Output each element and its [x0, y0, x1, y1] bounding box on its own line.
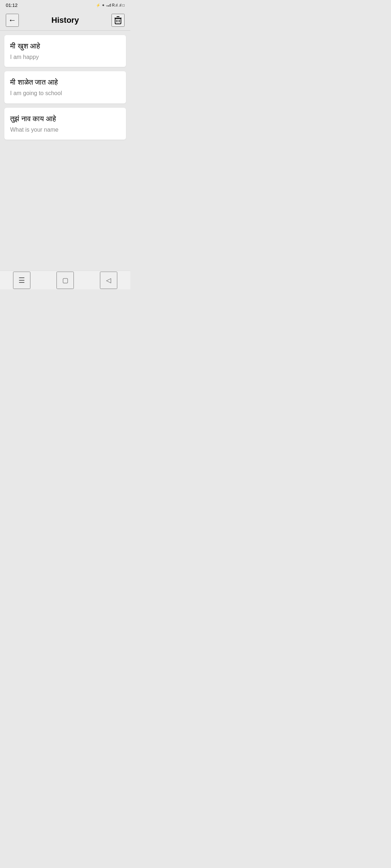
svg-rect-3 [117, 20, 117, 22]
nav-menu-button[interactable] [13, 272, 30, 289]
svg-rect-2 [115, 18, 121, 24]
home-square-icon [62, 276, 68, 284]
card-original-text: तुझं नाव काय आहे [10, 114, 120, 124]
history-list: मी खुश आहेI am happyमी शाळेत जात आहेI am… [0, 31, 130, 144]
card-translation-text: What is your name [10, 126, 120, 134]
hamburger-icon [18, 276, 25, 285]
status-icons: ⚡ ✶ ᵥₒd R.ıl .ıl □ [96, 3, 125, 7]
battery-vibrate-icon: ⚡ [96, 3, 100, 7]
back-button[interactable]: ← [6, 14, 19, 27]
back-triangle-icon [106, 276, 111, 284]
delete-all-button[interactable] [112, 14, 125, 27]
back-arrow-icon: ← [8, 16, 16, 25]
app-bar: ← History [0, 10, 130, 30]
svg-rect-4 [119, 20, 119, 22]
card-translation-text: I am going to school [10, 89, 120, 97]
bottom-navigation [0, 271, 130, 289]
card-translation-text: I am happy [10, 53, 120, 61]
page-title: History [19, 16, 112, 25]
status-bar: 01:12 ⚡ ✶ ᵥₒd R.ıl .ıl □ [0, 0, 130, 10]
list-item[interactable]: तुझं नाव काय आहेWhat is your name [4, 108, 126, 140]
list-item[interactable]: मी खुश आहेI am happy [4, 35, 126, 67]
card-original-text: मी खुश आहे [10, 41, 120, 51]
card-original-text: मी शाळेत जात आहे [10, 77, 120, 87]
network-icons: ᵥₒd R.ıl .ıl □ [106, 3, 125, 7]
svg-rect-1 [117, 16, 119, 17]
list-item[interactable]: मी शाळेत जात आहेI am going to school [4, 71, 126, 103]
trash-icon [114, 16, 122, 25]
status-time: 01:12 [6, 3, 18, 8]
bluetooth-icon: ✶ [102, 3, 105, 7]
nav-home-button[interactable] [56, 272, 74, 289]
nav-back-button[interactable] [100, 272, 117, 289]
